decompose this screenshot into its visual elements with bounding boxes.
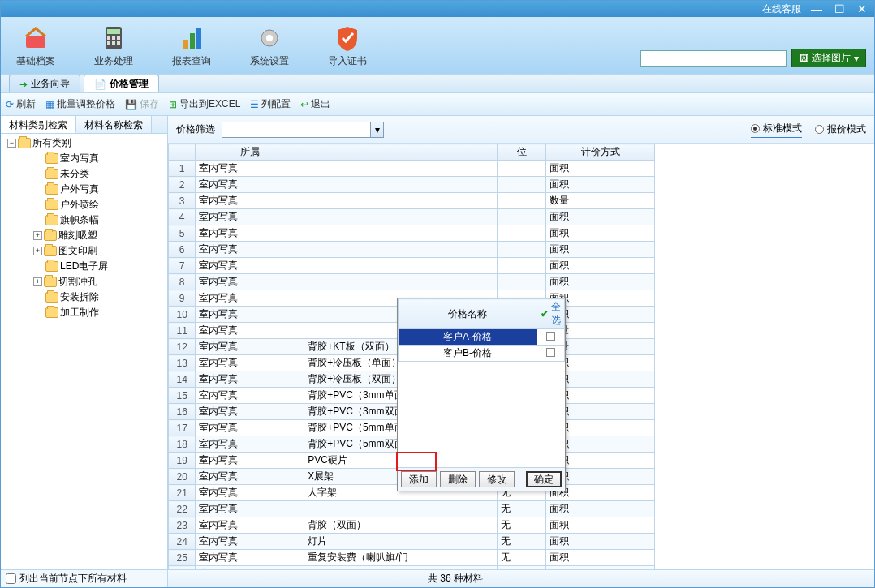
popup-row[interactable]: 客户A-价格 (399, 329, 565, 346)
rownum-cell: 21 (169, 485, 196, 501)
batch-adjust-button[interactable]: ▦批量调整价格 (45, 97, 115, 111)
close-button[interactable]: ✕ (855, 3, 869, 15)
left-tab-name[interactable]: 材料名称检索 (76, 116, 152, 133)
cell-category: 室内写真 (196, 550, 304, 566)
cell-method: 面积 (546, 566, 655, 570)
cell-method: 面积 (546, 534, 655, 550)
table-row[interactable]: 6室内写真面积 (169, 242, 655, 258)
excel-icon: ⊞ (169, 99, 177, 110)
export-excel-button[interactable]: ⊞导出到EXCEL (169, 97, 240, 111)
table-row[interactable]: 22室内写真无面积 (169, 501, 655, 517)
svg-rect-3 (107, 36, 110, 40)
table-row[interactable]: 8室内写真面积 (169, 274, 655, 290)
exit-button[interactable]: ↩退出 (300, 97, 330, 111)
category-tree[interactable]: −所有类别 室内写真未分类户外写真户外喷绘旗帜条幅+雕刻吸塑+图文印刷LED电子… (1, 134, 167, 569)
table-row[interactable]: 24室内写真灯片无面积 (169, 534, 655, 550)
ribbon-business[interactable]: 业务处理 (85, 24, 142, 68)
columns-icon: ☰ (250, 99, 259, 110)
price-filter-dropdown[interactable]: ▾ (222, 122, 384, 138)
table-row[interactable]: 23室内写真背胶（双面）无面积 (169, 517, 655, 534)
popup-col-name[interactable]: 价格名称 (399, 299, 537, 329)
tree-node[interactable]: 旗帜条幅 (17, 212, 164, 228)
mode-standard[interactable]: 标准模式 (751, 122, 802, 138)
table-row[interactable]: 3室内写真数量 (169, 193, 655, 209)
popup-cell-check[interactable] (537, 329, 565, 346)
ribbon-basic-archive[interactable]: 基础档案 (7, 24, 64, 68)
refresh-button[interactable]: ⟳刷新 (6, 97, 36, 111)
table-row[interactable]: 26室内写真ON SALE 吊牌无面积 (169, 566, 655, 570)
expand-icon[interactable]: + (33, 231, 42, 240)
svg-point-13 (266, 35, 273, 41)
table-row[interactable]: 5室内写真面积 (169, 225, 655, 242)
cell-category: 室内写真 (196, 436, 304, 453)
col-method[interactable]: 计价方式 (546, 144, 655, 161)
popup-row[interactable]: 客户B-价格 (399, 346, 565, 362)
ribbon-settings[interactable]: 系统设置 (241, 24, 298, 68)
cell-method: 面积 (546, 550, 655, 566)
tab-price-management[interactable]: 📄 价格管理 (84, 75, 159, 92)
cell-material (304, 225, 498, 242)
popup-confirm-button[interactable]: 确定 (526, 471, 562, 487)
toolbar-label: 列配置 (261, 97, 291, 111)
left-tab-category[interactable]: 材料类别检索 (1, 116, 76, 133)
expand-icon[interactable]: + (33, 247, 42, 255)
popup-col-select[interactable]: ✔全选 (537, 299, 565, 329)
tree-node[interactable]: 加工制作 (17, 305, 164, 320)
popup-edit-button[interactable]: 修改 (479, 471, 515, 487)
rownum-header[interactable] (169, 144, 196, 161)
rownum-cell: 18 (169, 436, 196, 453)
rownum-cell: 26 (169, 566, 196, 570)
minimize-button[interactable]: — (809, 3, 824, 15)
tree-node[interactable]: 安装拆除 (17, 290, 164, 305)
tree-node[interactable]: +图文印刷 (17, 243, 164, 259)
popup-cell-check[interactable] (537, 346, 565, 362)
tab-business-guide[interactable]: ➔ 业务向导 (9, 75, 80, 92)
search-input[interactable] (640, 50, 787, 67)
grid-area[interactable]: 所属 位 计价方式 1室内写真面积2室内写真面积3室内写真数量4室内写真面积5室… (168, 144, 874, 569)
refresh-icon: ⟳ (6, 99, 14, 110)
table-row[interactable]: 2室内写真面积 (169, 177, 655, 193)
svg-rect-4 (112, 36, 115, 40)
maximize-button[interactable]: ☐ (832, 3, 847, 15)
tree-node[interactable]: 未分类 (17, 166, 164, 182)
cell-unit (498, 258, 546, 274)
tree-node[interactable]: +切割冲孔 (17, 274, 164, 290)
save-icon: 💾 (125, 99, 137, 110)
mode-quote[interactable]: 报价模式 (815, 122, 866, 136)
ribbon-report[interactable]: 报表查询 (163, 24, 220, 68)
col-belong[interactable]: 所属 (196, 144, 304, 161)
list-all-checkbox[interactable] (6, 573, 16, 584)
table-row[interactable]: 1室内写真面积 (169, 161, 655, 177)
document-tabs: ➔ 业务向导 📄 价格管理 (1, 74, 874, 93)
grid-summary: 共 36 种材料 (428, 572, 483, 586)
ribbon-import-cert[interactable]: 导入证书 (319, 24, 376, 68)
tree-node[interactable]: LED电子屏 (17, 259, 164, 274)
collapse-icon[interactable]: − (7, 139, 16, 148)
table-row[interactable]: 4室内写真面积 (169, 209, 655, 225)
exit-icon: ↩ (300, 99, 308, 110)
column-config-button[interactable]: ☰列配置 (250, 97, 291, 111)
table-row[interactable]: 7室内写真面积 (169, 258, 655, 274)
choose-image-button[interactable]: 🖼 选择图片 ▾ (791, 49, 866, 67)
tree-node[interactable]: 户外喷绘 (17, 197, 164, 212)
rownum-cell: 10 (169, 307, 196, 323)
basket-icon (21, 24, 50, 53)
tree-root[interactable]: −所有类别 (7, 135, 164, 151)
tree-node[interactable]: 室内写真 (17, 151, 164, 166)
table-row[interactable]: 25室内写真重复安装费（喇叭旗/门无面积 (169, 550, 655, 566)
cell-category: 室内写真 (196, 534, 304, 550)
tree-node[interactable]: +雕刻吸塑 (17, 228, 164, 243)
rownum-cell: 13 (169, 355, 196, 371)
tree-node[interactable]: 户外写真 (17, 182, 164, 197)
popup-cell-name: 客户B-价格 (399, 346, 537, 362)
popup-add-button[interactable]: 添加 (401, 471, 437, 487)
cell-category: 室内写真 (196, 177, 304, 193)
col-unit[interactable]: 位 (498, 144, 546, 161)
cell-method: 面积 (546, 242, 655, 258)
col-material[interactable] (304, 144, 498, 161)
popup-delete-button[interactable]: 删除 (440, 471, 476, 487)
cell-unit (498, 177, 546, 193)
online-service-link[interactable]: 在线客服 (762, 2, 801, 16)
shield-icon (333, 24, 362, 53)
expand-icon[interactable]: + (33, 277, 42, 286)
